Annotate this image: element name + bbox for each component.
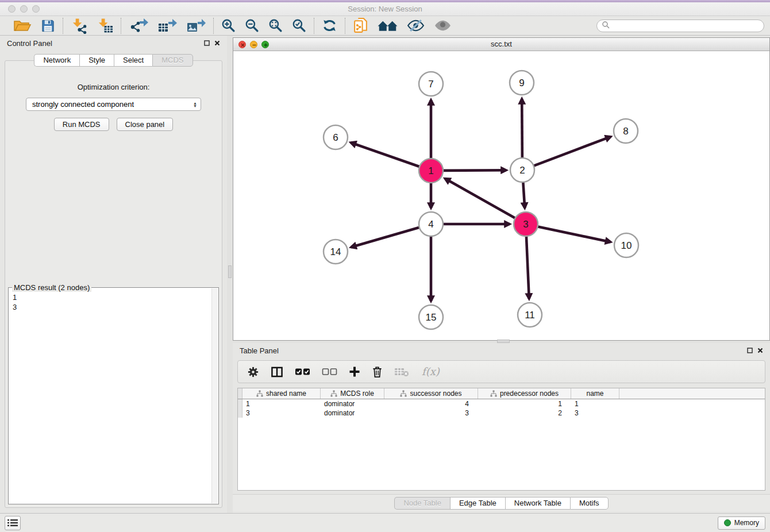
table-tab-node-table[interactable]: Node Table xyxy=(394,497,450,510)
column-header-shared-name[interactable]: shared name xyxy=(242,388,321,399)
result-scrollbar[interactable] xyxy=(211,288,218,503)
network-close-button[interactable] xyxy=(238,41,246,48)
show-eye-icon[interactable] xyxy=(434,19,452,32)
row-header-gutter xyxy=(238,408,242,418)
export-image-icon[interactable] xyxy=(186,18,206,34)
open-file-icon[interactable] xyxy=(13,18,32,33)
vertical-splitter[interactable] xyxy=(227,36,233,513)
save-session-icon[interactable] xyxy=(41,18,55,33)
table-cell[interactable]: 1 xyxy=(478,400,571,408)
network-window-titlebar: scc.txt xyxy=(233,38,769,51)
delete-column-icon[interactable] xyxy=(372,365,383,378)
node-label-6: 6 xyxy=(333,132,338,143)
zoom-out-icon[interactable] xyxy=(245,18,259,33)
tab-style[interactable]: Style xyxy=(79,54,114,67)
column-header-predecessor-nodes[interactable]: predecessor nodes xyxy=(478,388,571,399)
node-label-9: 9 xyxy=(519,78,524,88)
table-row[interactable]: 1dominator411 xyxy=(238,399,765,408)
close-panel-icon[interactable] xyxy=(214,40,220,46)
table-cell[interactable]: dominator xyxy=(321,409,384,417)
table-cell[interactable]: 3 xyxy=(571,409,619,417)
close-window-button[interactable] xyxy=(8,5,16,13)
close-table-panel-icon[interactable] xyxy=(757,348,763,353)
network-canvas[interactable]: 7968124314101511 xyxy=(233,51,769,340)
tab-select[interactable]: Select xyxy=(114,54,152,67)
edge-4-14[interactable] xyxy=(351,227,421,247)
tab-network[interactable]: Network xyxy=(34,54,79,67)
import-network-icon[interactable] xyxy=(71,18,87,34)
horizontal-splitter[interactable] xyxy=(233,341,770,343)
mcds-result-title: MCDS result (2 nodes) xyxy=(12,283,91,292)
add-column-icon[interactable] xyxy=(349,366,360,377)
column-header-label: MCDS role xyxy=(340,390,374,398)
zoom-fit-icon[interactable] xyxy=(268,18,283,33)
minimize-window-button[interactable] xyxy=(20,5,28,13)
table-cell[interactable]: 3 xyxy=(242,409,321,417)
row-header-gutter xyxy=(238,399,242,408)
node-label-2: 2 xyxy=(519,165,525,176)
split-view-icon[interactable] xyxy=(271,366,283,378)
network-zoom-button[interactable] xyxy=(261,41,269,48)
table-tab-network-table[interactable]: Network Table xyxy=(505,497,570,510)
edge-2-9[interactable] xyxy=(522,99,522,159)
zoom-window-button[interactable] xyxy=(32,5,40,13)
node-label-10: 10 xyxy=(621,240,632,251)
edge-2-3[interactable] xyxy=(523,181,525,208)
edge-1-2[interactable] xyxy=(442,170,506,171)
table-panel: Table Panel f(x) shared nameMCDS rolesuc… xyxy=(233,343,770,513)
hide-eye-icon[interactable] xyxy=(407,19,425,32)
float-table-panel-icon[interactable] xyxy=(747,348,753,353)
optimization-criterion-select[interactable]: strongly connected component ▲▼ xyxy=(26,98,201,111)
network-graph: 7968124314101511 xyxy=(233,51,768,340)
horizontal-splitter-handle[interactable] xyxy=(497,340,510,343)
refresh-icon[interactable] xyxy=(322,18,337,33)
tab-mcds[interactable]: MCDS xyxy=(152,54,192,67)
control-panel-title: Control Panel xyxy=(7,39,52,48)
close-panel-button[interactable]: Close panel xyxy=(117,118,174,131)
column-header-MCDS-role[interactable]: MCDS role xyxy=(321,388,384,399)
edge-3-11[interactable] xyxy=(526,235,529,299)
result-line: 3 xyxy=(13,302,217,312)
edge-1-6[interactable] xyxy=(351,142,421,167)
column-header-name[interactable]: name xyxy=(571,388,619,399)
search-input[interactable] xyxy=(613,21,759,30)
edge-2-8[interactable] xyxy=(533,137,611,166)
node-label-3: 3 xyxy=(523,219,528,230)
zoom-in-icon[interactable] xyxy=(221,18,236,33)
node-label-7: 7 xyxy=(428,79,433,90)
task-history-button[interactable] xyxy=(5,516,21,530)
search-box[interactable] xyxy=(596,20,764,32)
network-column-icon xyxy=(330,390,337,397)
export-table-icon[interactable] xyxy=(157,18,177,34)
deselect-all-icon[interactable] xyxy=(322,367,337,377)
table-cell[interactable]: 1 xyxy=(242,400,321,408)
gear-icon[interactable] xyxy=(247,366,259,378)
edge-3-1[interactable] xyxy=(445,179,516,219)
import-table-icon[interactable] xyxy=(97,18,113,34)
function-builder-icon: f(x) xyxy=(421,365,440,379)
export-network-icon[interactable] xyxy=(129,18,148,34)
select-all-icon[interactable] xyxy=(295,367,310,377)
table-cell[interactable]: 2 xyxy=(478,409,571,417)
node-label-11: 11 xyxy=(525,310,535,321)
memory-button[interactable]: Memory xyxy=(718,516,765,530)
column-header-successor-nodes[interactable]: successor nodes xyxy=(384,388,478,399)
table-row[interactable]: 3dominator323 xyxy=(238,408,765,418)
table-tab-edge-table[interactable]: Edge Table xyxy=(450,497,505,510)
table-cell[interactable]: 1 xyxy=(571,400,619,408)
home-icon[interactable] xyxy=(378,18,398,33)
table-tab-motifs[interactable]: Motifs xyxy=(570,497,609,510)
zoom-selected-icon[interactable] xyxy=(292,18,306,33)
copy-share-icon[interactable] xyxy=(353,17,368,34)
column-header-label: successor nodes xyxy=(410,390,461,398)
table-cell[interactable]: 3 xyxy=(384,409,478,417)
table-cell[interactable]: dominator xyxy=(321,400,384,408)
run-mcds-button[interactable]: Run MCDS xyxy=(54,118,109,131)
edge-3-10[interactable] xyxy=(537,226,611,242)
float-panel-icon[interactable] xyxy=(204,40,210,46)
vertical-splitter-handle[interactable] xyxy=(228,265,232,278)
network-minimize-button[interactable] xyxy=(250,41,257,48)
destroy-table-icon xyxy=(394,367,409,377)
table-cell[interactable]: 4 xyxy=(384,400,478,408)
list-icon xyxy=(7,519,18,527)
